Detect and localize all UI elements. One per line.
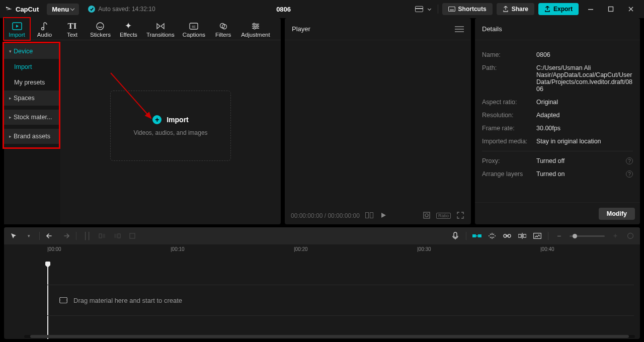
export-button[interactable]: Export	[538, 3, 579, 15]
timeline-toolbar: ▾ ⎮⎮ − ＋	[4, 227, 640, 244]
share-button[interactable]: Share	[497, 3, 534, 15]
import-dropzone[interactable]: + Import Videos, audios, and images	[110, 91, 231, 161]
detail-value-resolution: Adapted	[536, 112, 633, 119]
tab-transitions[interactable]: Transitions	[142, 18, 179, 40]
sidebar-item-device[interactable]: ▾Device	[4, 44, 59, 59]
main-track-magnet-button[interactable]	[472, 231, 481, 240]
ratio-button[interactable]: Ratio	[436, 213, 451, 219]
modify-button[interactable]: Modify	[599, 208, 635, 220]
detail-value-aspect: Original	[536, 99, 633, 106]
export-icon	[544, 6, 550, 12]
redo-button[interactable]	[61, 231, 70, 240]
timeline-body[interactable]: |00:00 |00:10 |00:20 |00:30 |00:40 Drag …	[4, 244, 640, 339]
detail-value-name: 0806	[536, 51, 633, 58]
sidebar-label: Stock mater...	[14, 114, 52, 121]
linkage-button[interactable]	[503, 231, 512, 240]
pointer-tool[interactable]	[9, 231, 18, 240]
zoom-slider[interactable]	[570, 235, 605, 237]
split-button[interactable]: ⎮⎮	[83, 231, 92, 240]
svg-point-35	[628, 233, 633, 239]
share-label: Share	[512, 6, 528, 13]
compare-icon[interactable]	[365, 212, 374, 220]
svg-rect-2	[588, 9, 593, 10]
sidebar-item-brand[interactable]: ▸Brand assets	[4, 129, 59, 144]
divider	[482, 151, 633, 151]
tab-text[interactable]: TI Text	[58, 18, 86, 40]
tab-filters[interactable]: Filters	[209, 18, 237, 40]
info-icon[interactable]: ?	[626, 157, 633, 164]
tab-effects[interactable]: ✦ Effects	[115, 18, 142, 40]
delete-right-button[interactable]	[113, 231, 122, 240]
svg-rect-34	[534, 233, 541, 239]
shortcuts-button[interactable]: Shortcuts	[442, 3, 493, 15]
sidebar-label: Spaces	[14, 95, 35, 102]
sidebar-item-stock[interactable]: ▸Stock mater...	[4, 110, 59, 125]
svg-rect-16	[365, 212, 368, 218]
modify-label: Modify	[607, 210, 627, 217]
svg-rect-32	[518, 234, 521, 237]
sidebar-item-import[interactable]: Import	[4, 59, 59, 74]
layout-button[interactable]	[412, 4, 434, 15]
sidebar-highlight: ▾Device Import My presets ▸Spaces ▸Stock…	[3, 42, 60, 149]
svg-point-7	[97, 23, 104, 30]
tab-import[interactable]: Import	[3, 17, 31, 41]
play-button[interactable]	[379, 212, 388, 220]
track-placeholder-text: Drag material here and start to create	[73, 297, 182, 304]
time-ruler[interactable]: |00:00 |00:10 |00:20 |00:30 |00:40	[42, 244, 640, 255]
tab-captions[interactable]: cc Captions	[179, 18, 209, 40]
record-audio-button[interactable]	[451, 231, 460, 240]
zoom-fit-button[interactable]	[626, 231, 635, 240]
cover-button[interactable]	[533, 231, 542, 240]
tab-label: Text	[67, 32, 77, 38]
tick-label: 00:30	[419, 246, 431, 252]
effects-icon: ✦	[125, 22, 132, 31]
zoom-out-button[interactable]: −	[554, 231, 564, 240]
tab-stickers[interactable]: Stickers	[86, 18, 115, 40]
preview-axis-button[interactable]	[518, 231, 527, 240]
sidebar-label: Device	[14, 48, 33, 55]
crop-button[interactable]	[128, 231, 137, 240]
close-button[interactable]	[627, 5, 635, 13]
svg-rect-26	[472, 234, 476, 237]
export-label: Export	[553, 6, 573, 13]
chevron-right-icon: ▸	[9, 115, 12, 120]
undo-button[interactable]	[46, 231, 55, 240]
player-menu-icon[interactable]	[455, 26, 464, 32]
check-icon	[88, 6, 95, 13]
import-subtext: Videos, audios, and images	[133, 129, 207, 136]
auto-snap-button[interactable]	[488, 231, 497, 240]
filters-icon	[219, 22, 228, 31]
tab-adjustment[interactable]: Adjustment	[237, 18, 274, 40]
tick-label: 00:10	[172, 246, 185, 252]
app-name: CapCut	[16, 6, 39, 13]
delete-left-button[interactable]	[98, 231, 107, 240]
minimize-button[interactable]	[587, 5, 595, 13]
text-icon: TI	[68, 22, 77, 31]
plus-icon: +	[152, 115, 162, 124]
detail-key-path: Path:	[482, 64, 532, 93]
player-controls: 00:00:00:00 / 00:00:00:00 Ratio	[285, 207, 471, 224]
tab-audio[interactable]: Audio	[31, 18, 58, 40]
details-header: Details	[475, 18, 640, 40]
layout-icon	[415, 6, 423, 12]
fullscreen-icon[interactable]	[456, 212, 465, 220]
track-placeholder[interactable]: Drag material here and start to create	[47, 285, 634, 316]
pointer-dropdown[interactable]: ▾	[24, 231, 33, 240]
audio-icon	[40, 22, 49, 31]
info-icon[interactable]: ?	[626, 170, 633, 178]
sidebar-item-spaces[interactable]: ▸Spaces	[4, 91, 59, 106]
time-total: 00:00:00:00	[328, 212, 359, 219]
sidebar-item-presets[interactable]: My presets	[4, 75, 59, 90]
import-label: Import	[167, 116, 189, 124]
zoom-in-button[interactable]: ＋	[611, 231, 620, 240]
share-icon	[503, 6, 509, 12]
player-panel: Player 00:00:00:00 / 00:00:00:00 Ratio	[285, 18, 471, 224]
svg-rect-31	[506, 235, 509, 236]
details-footer: Modify	[475, 202, 640, 224]
timeline-scrollbar[interactable]	[24, 335, 635, 338]
tab-label: Adjustment	[241, 32, 270, 38]
project-title[interactable]: 0806	[155, 6, 412, 13]
menu-button[interactable]: Menu	[47, 4, 79, 15]
maximize-button[interactable]	[607, 5, 615, 13]
zoom-reset-icon[interactable]	[422, 212, 431, 220]
